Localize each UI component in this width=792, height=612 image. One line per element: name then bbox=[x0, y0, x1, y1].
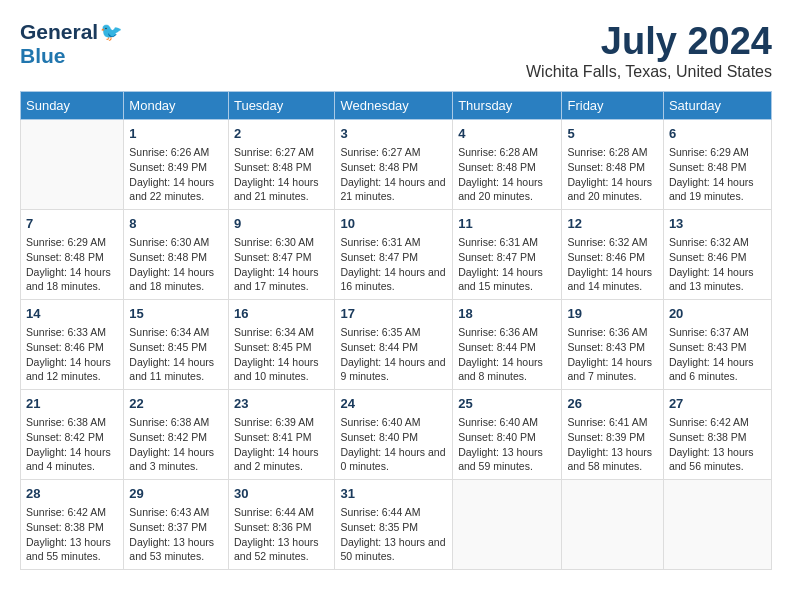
calendar-week-4: 21Sunrise: 6:38 AMSunset: 8:42 PMDayligh… bbox=[21, 390, 772, 480]
day-sun-info: Sunrise: 6:30 AMSunset: 8:47 PMDaylight:… bbox=[234, 235, 329, 294]
logo-general: General bbox=[20, 20, 98, 44]
title-section: July 2024 Wichita Falls, Texas, United S… bbox=[526, 20, 772, 81]
day-sun-info: Sunrise: 6:38 AMSunset: 8:42 PMDaylight:… bbox=[129, 415, 223, 474]
day-number: 2 bbox=[234, 125, 329, 143]
day-sun-info: Sunrise: 6:39 AMSunset: 8:41 PMDaylight:… bbox=[234, 415, 329, 474]
day-number: 18 bbox=[458, 305, 556, 323]
day-sun-info: Sunrise: 6:27 AMSunset: 8:48 PMDaylight:… bbox=[340, 145, 447, 204]
day-sun-info: Sunrise: 6:28 AMSunset: 8:48 PMDaylight:… bbox=[458, 145, 556, 204]
calendar-cell: 9Sunrise: 6:30 AMSunset: 8:47 PMDaylight… bbox=[228, 210, 334, 300]
day-number: 14 bbox=[26, 305, 118, 323]
month-year-title: July 2024 bbox=[526, 20, 772, 63]
day-sun-info: Sunrise: 6:28 AMSunset: 8:48 PMDaylight:… bbox=[567, 145, 657, 204]
day-number: 20 bbox=[669, 305, 766, 323]
day-sun-info: Sunrise: 6:44 AMSunset: 8:35 PMDaylight:… bbox=[340, 505, 447, 564]
day-sun-info: Sunrise: 6:40 AMSunset: 8:40 PMDaylight:… bbox=[458, 415, 556, 474]
day-sun-info: Sunrise: 6:31 AMSunset: 8:47 PMDaylight:… bbox=[458, 235, 556, 294]
day-number: 19 bbox=[567, 305, 657, 323]
day-number: 27 bbox=[669, 395, 766, 413]
day-sun-info: Sunrise: 6:42 AMSunset: 8:38 PMDaylight:… bbox=[669, 415, 766, 474]
day-sun-info: Sunrise: 6:34 AMSunset: 8:45 PMDaylight:… bbox=[234, 325, 329, 384]
calendar-cell: 29Sunrise: 6:43 AMSunset: 8:37 PMDayligh… bbox=[124, 480, 229, 570]
calendar-cell: 31Sunrise: 6:44 AMSunset: 8:35 PMDayligh… bbox=[335, 480, 453, 570]
calendar-table: SundayMondayTuesdayWednesdayThursdayFrid… bbox=[20, 91, 772, 570]
day-sun-info: Sunrise: 6:29 AMSunset: 8:48 PMDaylight:… bbox=[669, 145, 766, 204]
day-sun-info: Sunrise: 6:32 AMSunset: 8:46 PMDaylight:… bbox=[567, 235, 657, 294]
day-sun-info: Sunrise: 6:30 AMSunset: 8:48 PMDaylight:… bbox=[129, 235, 223, 294]
day-number: 11 bbox=[458, 215, 556, 233]
calendar-cell bbox=[453, 480, 562, 570]
day-number: 28 bbox=[26, 485, 118, 503]
day-sun-info: Sunrise: 6:36 AMSunset: 8:43 PMDaylight:… bbox=[567, 325, 657, 384]
day-number: 4 bbox=[458, 125, 556, 143]
day-number: 12 bbox=[567, 215, 657, 233]
weekday-header-friday: Friday bbox=[562, 92, 663, 120]
day-sun-info: Sunrise: 6:27 AMSunset: 8:48 PMDaylight:… bbox=[234, 145, 329, 204]
calendar-cell: 3Sunrise: 6:27 AMSunset: 8:48 PMDaylight… bbox=[335, 120, 453, 210]
day-number: 3 bbox=[340, 125, 447, 143]
calendar-cell: 17Sunrise: 6:35 AMSunset: 8:44 PMDayligh… bbox=[335, 300, 453, 390]
day-number: 6 bbox=[669, 125, 766, 143]
day-number: 10 bbox=[340, 215, 447, 233]
day-number: 16 bbox=[234, 305, 329, 323]
day-number: 31 bbox=[340, 485, 447, 503]
calendar-cell: 11Sunrise: 6:31 AMSunset: 8:47 PMDayligh… bbox=[453, 210, 562, 300]
calendar-week-3: 14Sunrise: 6:33 AMSunset: 8:46 PMDayligh… bbox=[21, 300, 772, 390]
calendar-cell: 4Sunrise: 6:28 AMSunset: 8:48 PMDaylight… bbox=[453, 120, 562, 210]
calendar-cell: 24Sunrise: 6:40 AMSunset: 8:40 PMDayligh… bbox=[335, 390, 453, 480]
day-sun-info: Sunrise: 6:29 AMSunset: 8:48 PMDaylight:… bbox=[26, 235, 118, 294]
calendar-cell: 8Sunrise: 6:30 AMSunset: 8:48 PMDaylight… bbox=[124, 210, 229, 300]
page-header: General 🐦 Blue July 2024 Wichita Falls, … bbox=[20, 20, 772, 81]
calendar-cell: 5Sunrise: 6:28 AMSunset: 8:48 PMDaylight… bbox=[562, 120, 663, 210]
day-number: 25 bbox=[458, 395, 556, 413]
calendar-cell: 23Sunrise: 6:39 AMSunset: 8:41 PMDayligh… bbox=[228, 390, 334, 480]
day-sun-info: Sunrise: 6:32 AMSunset: 8:46 PMDaylight:… bbox=[669, 235, 766, 294]
calendar-cell: 19Sunrise: 6:36 AMSunset: 8:43 PMDayligh… bbox=[562, 300, 663, 390]
calendar-cell: 26Sunrise: 6:41 AMSunset: 8:39 PMDayligh… bbox=[562, 390, 663, 480]
calendar-week-2: 7Sunrise: 6:29 AMSunset: 8:48 PMDaylight… bbox=[21, 210, 772, 300]
day-sun-info: Sunrise: 6:38 AMSunset: 8:42 PMDaylight:… bbox=[26, 415, 118, 474]
day-number: 15 bbox=[129, 305, 223, 323]
day-number: 8 bbox=[129, 215, 223, 233]
weekday-header-tuesday: Tuesday bbox=[228, 92, 334, 120]
calendar-cell: 28Sunrise: 6:42 AMSunset: 8:38 PMDayligh… bbox=[21, 480, 124, 570]
calendar-cell: 12Sunrise: 6:32 AMSunset: 8:46 PMDayligh… bbox=[562, 210, 663, 300]
calendar-cell: 7Sunrise: 6:29 AMSunset: 8:48 PMDaylight… bbox=[21, 210, 124, 300]
weekday-header-thursday: Thursday bbox=[453, 92, 562, 120]
calendar-cell: 15Sunrise: 6:34 AMSunset: 8:45 PMDayligh… bbox=[124, 300, 229, 390]
calendar-cell: 22Sunrise: 6:38 AMSunset: 8:42 PMDayligh… bbox=[124, 390, 229, 480]
day-number: 9 bbox=[234, 215, 329, 233]
calendar-cell: 6Sunrise: 6:29 AMSunset: 8:48 PMDaylight… bbox=[663, 120, 771, 210]
day-number: 24 bbox=[340, 395, 447, 413]
logo-blue: Blue bbox=[20, 44, 66, 68]
calendar-week-5: 28Sunrise: 6:42 AMSunset: 8:38 PMDayligh… bbox=[21, 480, 772, 570]
calendar-cell: 30Sunrise: 6:44 AMSunset: 8:36 PMDayligh… bbox=[228, 480, 334, 570]
day-sun-info: Sunrise: 6:34 AMSunset: 8:45 PMDaylight:… bbox=[129, 325, 223, 384]
day-number: 26 bbox=[567, 395, 657, 413]
day-sun-info: Sunrise: 6:44 AMSunset: 8:36 PMDaylight:… bbox=[234, 505, 329, 564]
day-number: 17 bbox=[340, 305, 447, 323]
calendar-cell: 21Sunrise: 6:38 AMSunset: 8:42 PMDayligh… bbox=[21, 390, 124, 480]
calendar-cell: 2Sunrise: 6:27 AMSunset: 8:48 PMDaylight… bbox=[228, 120, 334, 210]
calendar-cell: 20Sunrise: 6:37 AMSunset: 8:43 PMDayligh… bbox=[663, 300, 771, 390]
calendar-cell: 16Sunrise: 6:34 AMSunset: 8:45 PMDayligh… bbox=[228, 300, 334, 390]
weekday-header-saturday: Saturday bbox=[663, 92, 771, 120]
day-sun-info: Sunrise: 6:37 AMSunset: 8:43 PMDaylight:… bbox=[669, 325, 766, 384]
day-sun-info: Sunrise: 6:33 AMSunset: 8:46 PMDaylight:… bbox=[26, 325, 118, 384]
day-number: 22 bbox=[129, 395, 223, 413]
location-label: Wichita Falls, Texas, United States bbox=[526, 63, 772, 81]
calendar-cell bbox=[21, 120, 124, 210]
day-number: 29 bbox=[129, 485, 223, 503]
logo: General 🐦 Blue bbox=[20, 20, 122, 68]
logo-bird-icon: 🐦 bbox=[100, 21, 122, 43]
day-number: 21 bbox=[26, 395, 118, 413]
day-sun-info: Sunrise: 6:31 AMSunset: 8:47 PMDaylight:… bbox=[340, 235, 447, 294]
day-number: 23 bbox=[234, 395, 329, 413]
day-sun-info: Sunrise: 6:43 AMSunset: 8:37 PMDaylight:… bbox=[129, 505, 223, 564]
weekday-header-row: SundayMondayTuesdayWednesdayThursdayFrid… bbox=[21, 92, 772, 120]
calendar-cell: 10Sunrise: 6:31 AMSunset: 8:47 PMDayligh… bbox=[335, 210, 453, 300]
day-number: 1 bbox=[129, 125, 223, 143]
day-sun-info: Sunrise: 6:36 AMSunset: 8:44 PMDaylight:… bbox=[458, 325, 556, 384]
calendar-cell: 13Sunrise: 6:32 AMSunset: 8:46 PMDayligh… bbox=[663, 210, 771, 300]
day-sun-info: Sunrise: 6:40 AMSunset: 8:40 PMDaylight:… bbox=[340, 415, 447, 474]
